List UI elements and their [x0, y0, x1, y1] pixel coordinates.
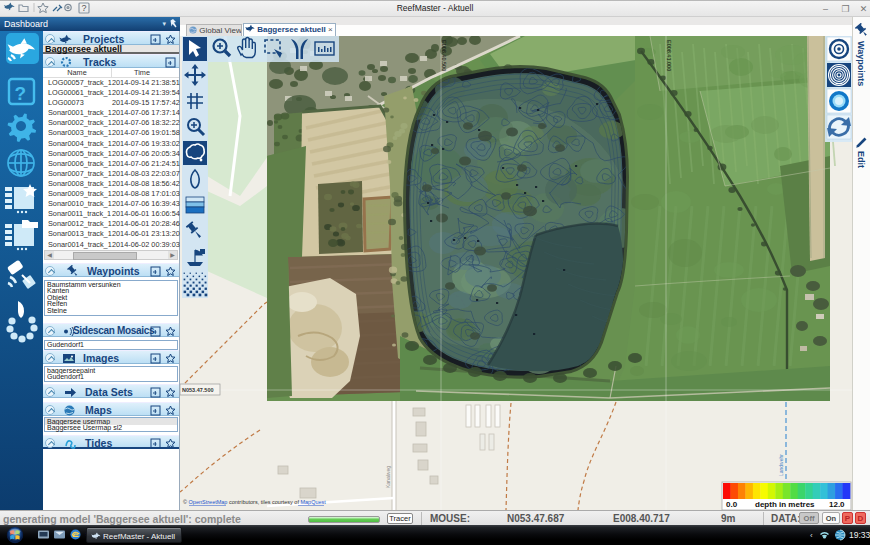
svg-text:?: ? — [15, 83, 27, 104]
svg-text:© OpenStreetMap contributors,: © OpenStreetMap contributors, tiles cour… — [183, 499, 326, 505]
svg-text:Landwehr: Landwehr — [778, 454, 784, 476]
svg-text:depth in metres: depth in metres — [755, 500, 815, 509]
svg-text:E008.41.000: E008.41.000 — [666, 40, 672, 71]
svg-text:12.0: 12.0 — [829, 500, 845, 509]
svg-text:?: ? — [82, 3, 87, 13]
svg-text:E008.40.500: E008.40.500 — [441, 40, 447, 71]
svg-text:0.0: 0.0 — [726, 500, 738, 509]
svg-text:Kanalweg: Kanalweg — [385, 466, 391, 488]
svg-text:N053.47.500: N053.47.500 — [182, 387, 214, 393]
